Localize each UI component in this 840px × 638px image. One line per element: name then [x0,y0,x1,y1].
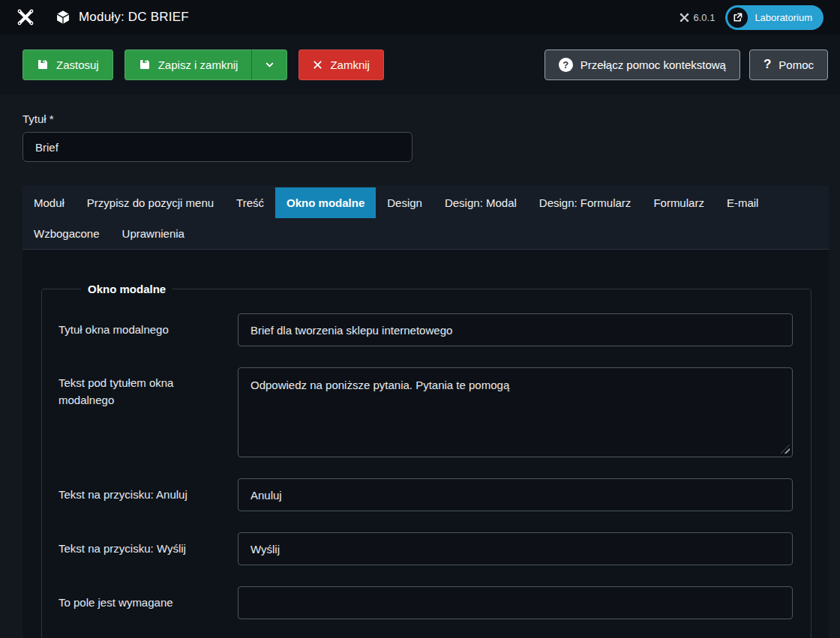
version-text: 6.0.1 [693,12,715,23]
tab-przypisz-do-pozycji-menu[interactable]: Przypisz do pozycji menu [76,187,225,218]
tab-design[interactable]: Design [376,187,434,218]
module-title-label: Tytuł * [22,112,829,125]
toggle-inline-help-label: Przełącz pomoc kontekstową [580,58,726,71]
chevron-down-icon [264,59,275,70]
required-field-text-input[interactable] [238,586,793,619]
cancel-button-text-input[interactable] [238,478,793,511]
form-row-modal-subtitle: Tekst pod tytułem okna modalnego Odpowie… [58,367,793,457]
toolbar-right-group: ? Przełącz pomoc kontekstową ? Pomoc [544,49,828,80]
modal-subtitle-textarea[interactable]: Odpowiedz na poniższe pytania. Pytania t… [238,367,793,457]
close-button-label: Zamknij [330,58,370,71]
save-close-split-button: Zapisz i zamknij [124,49,288,80]
settings-tabstrip: Moduł Przypisz do pozycji menu Treść Okn… [22,186,829,250]
question-mark-icon: ? [764,57,771,72]
apply-button-label: Zastosuj [56,58,99,71]
tab-tresc[interactable]: Treść [225,187,275,218]
tab-design-formularz[interactable]: Design: Formularz [528,187,643,218]
form-row-required-field-text: To pole jest wymagane [58,586,793,619]
form-row-modal-title: Tytuł okna modalnego [58,313,793,346]
external-link-icon [728,7,748,28]
tab-email[interactable]: E-mail [716,187,770,218]
laboratorium-button-label: Laboratorium [748,12,821,23]
close-button[interactable]: Zamknij [298,49,384,80]
joomla-version: 6.0.1 [680,12,715,23]
joomla-logo-icon[interactable] [16,8,34,26]
save-icon [139,58,151,70]
form-row-cancel-button-text: Tekst na przycisku: Anuluj [58,478,793,511]
action-toolbar: Zastosuj Zapisz i zamknij Zamknij [0,34,840,94]
tab-modul[interactable]: Moduł [22,187,76,218]
save-close-button[interactable]: Zapisz i zamknij [124,49,252,80]
tab-wzbogacone[interactable]: Wzbogacone [22,218,111,249]
content-area: Tytuł * Moduł Przypisz do pozycji menu T… [0,94,840,638]
save-icon [37,58,49,70]
save-close-button-label: Zapisz i zamknij [158,58,238,71]
tab-design-modal[interactable]: Design: Modal [434,187,528,218]
save-options-dropdown-toggle[interactable] [251,49,287,80]
tab-formularz[interactable]: Formularz [642,187,716,218]
help-button[interactable]: ? Pomoc [749,49,828,80]
top-navbar: Moduły: DC BRIEF 6.0.1 Laboratorium [0,0,840,34]
fieldset-legend: Okno modalne [81,283,172,295]
submit-button-text-label: Tekst na przycisku: Wyślij [58,541,222,558]
apply-button[interactable]: Zastosuj [22,49,113,80]
module-title-input[interactable] [22,132,412,162]
modal-title-label: Tytuł okna modalnego [58,322,222,339]
modal-subtitle-label: Tekst pod tytułem okna modalnego [58,367,222,409]
page-title: Moduły: DC BRIEF [79,10,189,25]
submit-button-text-input[interactable] [238,532,793,565]
module-cube-icon [56,10,70,25]
tab-uprawnienia[interactable]: Uprawnienia [111,218,196,249]
toggle-inline-help-button[interactable]: ? Przełącz pomoc kontekstową [544,49,740,80]
joomla-admin-window: Moduły: DC BRIEF 6.0.1 Laboratorium [0,0,840,638]
laboratorium-button[interactable]: Laboratorium [725,5,824,30]
modal-window-fieldset: Okno modalne Tytuł okna modalnego Tekst … [41,283,812,638]
close-icon [313,60,322,70]
modal-title-input[interactable] [238,313,793,346]
navbar-right: 6.0.1 Laboratorium [680,5,824,30]
cancel-button-text-label: Tekst na przycisku: Anuluj [58,487,222,504]
joomla-mini-logo-icon [680,13,689,22]
help-circle-icon: ? [559,58,573,72]
form-row-submit-button-text: Tekst na przycisku: Wyślij [58,532,793,565]
required-field-text-label: To pole jest wymagane [58,595,222,612]
tab-okno-modalne[interactable]: Okno modalne [275,187,376,218]
tab-pane-okno-modalne: Okno modalne Tytuł okna modalnego Tekst … [22,250,829,638]
help-button-label: Pomoc [778,58,814,71]
